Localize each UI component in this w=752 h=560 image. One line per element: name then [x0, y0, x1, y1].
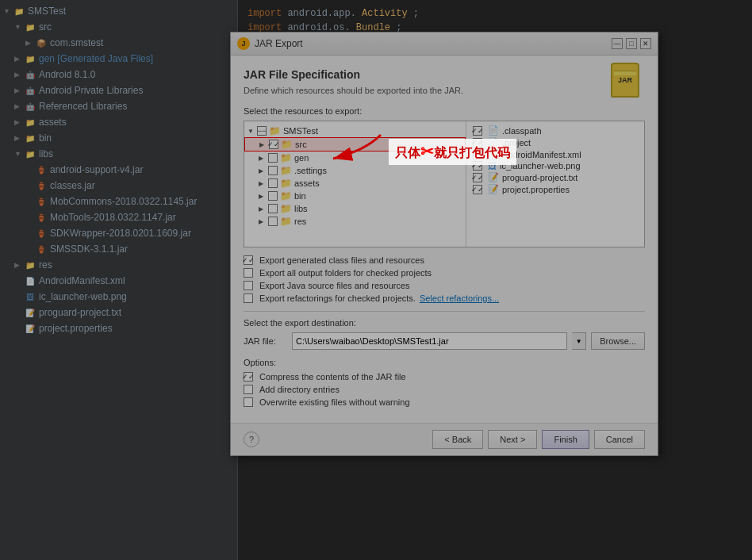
modal-overlay: [0, 0, 752, 560]
